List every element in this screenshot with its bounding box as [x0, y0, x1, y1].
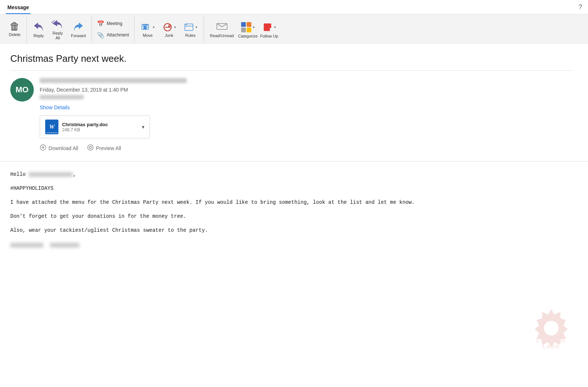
sender-date: Friday, December 13, 2019 at 1:40 PM	[40, 87, 573, 93]
attachment-box[interactable]: W Christmas party.doc 248.7 KB ▾	[40, 116, 150, 138]
email-subject: Christmas Party next week.	[10, 53, 573, 64]
group-delete: 🗑 Delete	[3, 16, 27, 43]
move-dropdown-arrow[interactable]: ▾	[153, 25, 155, 29]
categorize-icon	[241, 22, 251, 32]
svg-point-12	[89, 146, 92, 149]
svg-rect-9	[270, 24, 271, 28]
download-all-label: Download All	[49, 145, 78, 151]
svg-rect-5	[185, 24, 193, 31]
follow-up-dropdown-arrow[interactable]: ▾	[274, 25, 276, 29]
junk-label: Junk	[165, 33, 173, 38]
word-label: W	[49, 124, 54, 130]
reply-button[interactable]: Reply	[30, 19, 47, 40]
email-greeting: Hello ,	[10, 170, 573, 179]
email-body-line3: Also, wear your tackiest/ugliest Christm…	[10, 226, 573, 235]
move-split-button: ▾ Move	[137, 21, 158, 38]
ribbon-title-bar: Message ?	[0, 0, 588, 14]
reply-label: Reply	[33, 33, 44, 38]
ribbon-toolbar: 🗑 Delete Reply Reply All	[0, 14, 588, 44]
preview-all-button[interactable]: Preview All	[87, 144, 121, 152]
move-label: Move	[143, 33, 153, 38]
attachment-dropdown-arrow[interactable]: ▾	[142, 124, 144, 130]
email-body: Hello , #HAPPYHOLIDAYS I have attached t…	[10, 170, 573, 251]
junk-dropdown-arrow[interactable]: ▾	[174, 25, 176, 29]
meeting-label: Meeting	[107, 21, 122, 26]
attachment-icon: 📎	[97, 32, 104, 39]
rules-label: Rules	[185, 33, 196, 38]
avatar-initials: MO	[15, 85, 28, 95]
group-reply: Reply Reply All Forward	[27, 16, 92, 43]
forward-icon	[72, 21, 84, 33]
attachment-name: Christmas party.doc	[62, 122, 138, 127]
preview-icon	[87, 144, 94, 152]
sender-info: Friday, December 13, 2019 at 1:40 PM Sho…	[40, 78, 573, 161]
preview-all-label: Preview All	[96, 145, 121, 151]
delete-icon: 🗑	[10, 21, 20, 32]
reply-all-label: Reply All	[53, 31, 63, 40]
download-icon	[40, 144, 46, 152]
meeting-icon: 📅	[97, 20, 104, 27]
junk-icon	[162, 23, 173, 32]
attachment-actions: Download All Preview All	[40, 144, 573, 152]
categorize-button[interactable]: ▾	[238, 21, 258, 33]
rules-icon	[184, 23, 194, 32]
move-icon	[141, 23, 151, 32]
group-meeting-attachment: 📅 Meeting 📎 Attachment	[92, 16, 135, 43]
svg-point-11	[87, 145, 93, 150]
word-icon: W	[45, 120, 58, 134]
delete-label: Delete	[9, 32, 21, 37]
read-unread-label: Read/Unread	[210, 33, 234, 38]
attachment-info: Christmas party.doc 248.7 KB	[62, 122, 138, 132]
email-hashtag: #HAPPYHOLIDAYS	[10, 184, 573, 193]
recipient-name-blurred	[29, 172, 73, 177]
reply-icon	[33, 21, 44, 33]
email-content: Christmas Party next week. MO Friday, De…	[0, 44, 588, 361]
group-move-junk-rules: ▾ Move ▾ Junk	[135, 16, 204, 43]
delete-button[interactable]: 🗑 Delete	[6, 20, 24, 39]
email-header: MO Friday, December 13, 2019 at 1:40 PM …	[10, 70, 573, 161]
email-body-line2: Don't forget to get your donations in fo…	[10, 212, 573, 221]
attachment-label: Attachment	[107, 32, 129, 38]
sender-to-blurred	[40, 95, 84, 99]
group-tags: Read/Unread ▾ Categorize	[204, 16, 282, 43]
reply-all-button[interactable]: Reply All	[48, 17, 67, 42]
follow-up-label: Follow Up	[260, 34, 278, 38]
junk-split-button: ▾ Junk	[159, 21, 179, 38]
body-hello: Hello	[10, 171, 26, 177]
follow-up-button[interactable]: ▾	[259, 21, 279, 33]
help-icon[interactable]: ?	[578, 3, 582, 14]
attachment-size: 248.7 KB	[62, 127, 138, 132]
categorize-dropdown-arrow[interactable]: ▾	[253, 25, 255, 29]
email-signature-blurred	[10, 240, 573, 251]
follow-up-icon	[262, 22, 273, 32]
forward-label: Forward	[71, 33, 86, 38]
show-details-link[interactable]: Show Details	[40, 104, 573, 110]
svg-rect-7	[264, 24, 270, 31]
read-unread-icon	[215, 21, 229, 33]
rules-button[interactable]: ▾	[181, 21, 200, 32]
email-divider	[0, 161, 588, 161]
follow-up-split-button: ▾ Follow Up	[259, 21, 279, 38]
sender-name-blurred	[40, 78, 187, 83]
categorize-split-button: ▾ Categorize	[237, 21, 258, 38]
meeting-button[interactable]: 📅 Meeting	[95, 19, 131, 29]
tab-message[interactable]: Message	[6, 2, 31, 14]
svg-point-13	[544, 321, 559, 335]
forward-button[interactable]: Forward	[68, 19, 89, 40]
read-unread-button[interactable]: Read/Unread	[207, 19, 237, 40]
categorize-label: Categorize	[238, 34, 258, 38]
move-button[interactable]: ▾	[138, 21, 158, 32]
rules-split-button: ▾ Rules	[180, 21, 201, 38]
junk-button[interactable]: ▾	[159, 21, 179, 32]
cofense-watermark: COFENSELABS	[529, 305, 573, 349]
avatar: MO	[10, 78, 34, 102]
reply-all-icon	[51, 18, 64, 30]
email-body-line1: I have attached the menu for the Christm…	[10, 198, 573, 207]
cofense-brand-text: COFENSELABS	[536, 337, 566, 350]
rules-dropdown-arrow[interactable]: ▾	[196, 25, 197, 29]
attachment-button[interactable]: 📎 Attachment	[95, 30, 131, 40]
download-all-button[interactable]: Download All	[40, 144, 78, 152]
